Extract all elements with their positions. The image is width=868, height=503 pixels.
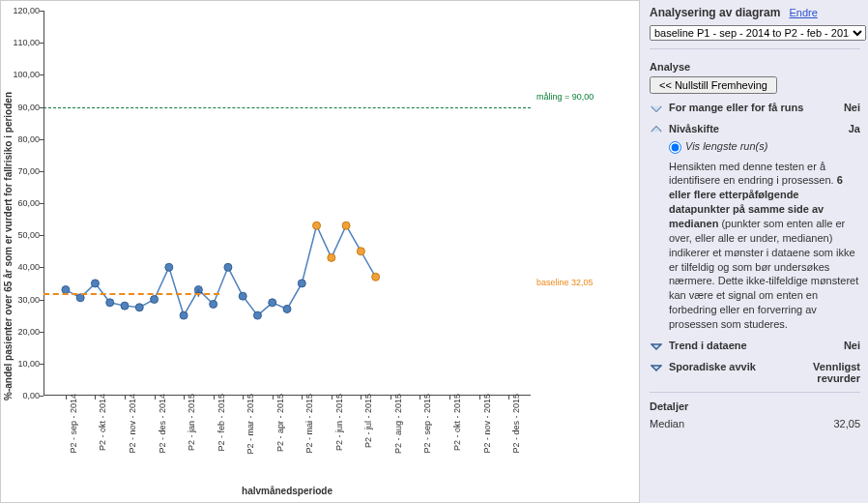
y-tick: 70,00 bbox=[9, 166, 40, 176]
data-point[interactable] bbox=[210, 300, 217, 308]
y-tick: 30,00 bbox=[9, 295, 40, 305]
y-tick: 100,00 bbox=[9, 70, 40, 79]
data-point[interactable] bbox=[135, 304, 143, 311]
data-point[interactable] bbox=[253, 311, 261, 319]
analyse-heading: Analyse bbox=[650, 61, 860, 73]
y-tick: 80,00 bbox=[9, 134, 40, 144]
panel-title: Analysering av diagram bbox=[650, 6, 780, 19]
y-tick: 10,00 bbox=[9, 359, 40, 369]
data-point[interactable] bbox=[298, 280, 305, 287]
data-point[interactable] bbox=[76, 294, 84, 302]
data-point[interactable] bbox=[342, 222, 350, 229]
x-tick-label: P2 - sep - 2015 bbox=[422, 394, 432, 454]
y-tick: 120,00 bbox=[9, 6, 40, 15]
y-tick: 60,00 bbox=[9, 198, 40, 208]
details-heading: Detaljer bbox=[650, 400, 860, 412]
collapse-icon[interactable] bbox=[650, 123, 663, 136]
analysis-panel: Analysering av diagram Endre baseline P1… bbox=[640, 0, 868, 503]
x-tick-label: P2 - des - 2014 bbox=[158, 394, 167, 454]
data-point[interactable] bbox=[372, 273, 380, 281]
data-point[interactable] bbox=[357, 248, 364, 255]
chart-pane: %-andel pasienter over 65 år som er vurd… bbox=[0, 0, 640, 503]
reset-highlight-button[interactable]: << Nullstill Fremheving bbox=[650, 76, 777, 94]
detail-median: Median 32,05 bbox=[650, 418, 860, 429]
change-link[interactable]: Endre bbox=[789, 7, 817, 18]
x-tick-label: P2 - des - 2015 bbox=[511, 394, 521, 454]
longest-run-radio[interactable] bbox=[669, 141, 681, 154]
baseline-select[interactable]: baseline P1 - sep - 2014 to P2 - feb - 2… bbox=[650, 25, 866, 41]
data-point[interactable] bbox=[106, 299, 114, 307]
x-tick-label: P2 - nov - 2014 bbox=[128, 394, 137, 454]
data-point[interactable] bbox=[313, 222, 321, 229]
rule-shift: Nivåskifte Ja bbox=[650, 123, 860, 136]
data-point[interactable] bbox=[269, 299, 276, 307]
expand-icon[interactable] bbox=[650, 102, 663, 115]
x-tick-label: P2 - mar - 2015 bbox=[246, 394, 255, 455]
data-point[interactable] bbox=[91, 280, 99, 287]
data-point[interactable] bbox=[283, 305, 291, 312]
ref-line-label: baseline 32,05 bbox=[536, 278, 593, 287]
rule-sporadisk: Sporadiske avvik Vennligst revurder bbox=[650, 361, 860, 384]
x-tick-label: P2 - okt - 2014 bbox=[98, 394, 107, 451]
y-tick: 50,00 bbox=[9, 230, 40, 240]
x-tick-label: P2 - apr - 2015 bbox=[275, 394, 285, 452]
expand-icon[interactable] bbox=[650, 340, 663, 353]
x-tick-label: P2 - aug - 2015 bbox=[393, 394, 403, 454]
data-point[interactable] bbox=[121, 302, 129, 310]
x-axis-label: halvmånedsperiode bbox=[43, 486, 531, 496]
data-point[interactable] bbox=[239, 292, 246, 300]
data-point[interactable] bbox=[151, 296, 159, 304]
data-point[interactable] bbox=[180, 311, 188, 319]
data-point[interactable] bbox=[224, 263, 232, 271]
x-tick-label: P2 - jul - 2015 bbox=[363, 394, 373, 448]
x-tick-label: P2 - okt - 2015 bbox=[452, 394, 462, 451]
rule-runs: For mange eller for få runs Nei bbox=[650, 102, 860, 115]
y-tick: 110,00 bbox=[9, 38, 40, 47]
x-tick-label: P2 - jun - 2015 bbox=[334, 394, 344, 451]
x-tick-label: P2 - feb - 2015 bbox=[217, 394, 226, 452]
x-tick-label: P2 - sep - 2014 bbox=[69, 394, 78, 454]
x-tick-label: P2 - nov - 2015 bbox=[482, 394, 492, 454]
y-tick: 0,00 bbox=[9, 391, 40, 400]
y-tick: 90,00 bbox=[9, 103, 40, 112]
data-point[interactable] bbox=[328, 253, 335, 261]
x-tick-label: P2 - jan - 2015 bbox=[187, 394, 196, 451]
rule-shift-detail: Vis lengste run(s) Hensikten med denne t… bbox=[669, 140, 860, 332]
x-tick-label: P2 - mai - 2015 bbox=[304, 394, 314, 454]
y-tick: 40,00 bbox=[9, 262, 40, 272]
y-tick: 20,00 bbox=[9, 327, 40, 337]
data-point[interactable] bbox=[165, 263, 173, 271]
ref-line-label: måling = 90,00 bbox=[536, 92, 593, 102]
plot-area: 0,0010,0020,0030,0040,0050,0060,0070,008… bbox=[43, 11, 531, 396]
rule-trend: Trend i dataene Nei bbox=[650, 340, 860, 353]
expand-icon[interactable] bbox=[650, 361, 663, 374]
